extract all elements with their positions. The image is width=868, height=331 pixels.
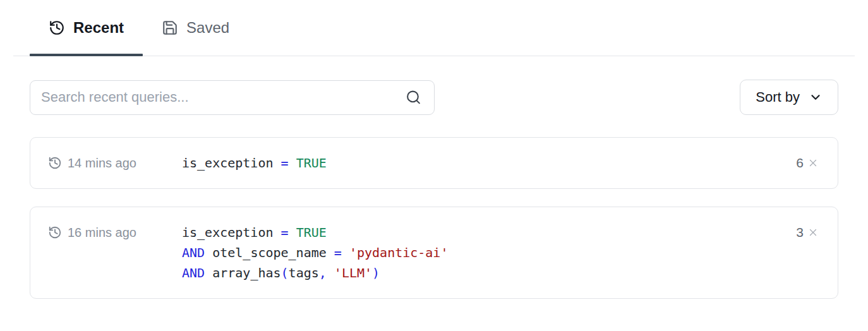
sort-by-label: Sort by: [756, 89, 800, 105]
save-icon: [162, 20, 178, 36]
search-icon: [406, 90, 421, 105]
search-input[interactable]: [30, 80, 435, 115]
tab-bar: Recent Saved: [13, 0, 855, 56]
usage-count-value: 6: [796, 155, 804, 171]
tab-saved-label: Saved: [186, 19, 229, 37]
tab-recent[interactable]: Recent: [30, 0, 143, 56]
recent-queries-panel: Recent Saved Sort by: [0, 0, 868, 299]
chevron-down-icon: [809, 90, 823, 104]
query-timestamp: 14 mins ago: [48, 153, 182, 173]
query-time-label: 14 mins ago: [68, 156, 136, 171]
tab-recent-label: Recent: [73, 19, 124, 37]
query-row[interactable]: 14 mins ago is_exception = TRUE 6: [30, 137, 838, 189]
usage-count-value: 3: [796, 225, 804, 240]
history-icon: [48, 226, 62, 239]
query-time-label: 16 mins ago: [68, 226, 136, 240]
query-code: is_exception = TRUEAND otel_scope_name =…: [182, 222, 796, 283]
times-icon: [807, 227, 819, 238]
query-timestamp: 16 mins ago: [48, 222, 182, 243]
search-box: [30, 80, 435, 115]
history-icon: [49, 20, 65, 36]
times-icon: [807, 157, 819, 169]
tab-saved[interactable]: Saved: [143, 0, 248, 56]
query-usage-count: 6: [796, 153, 819, 173]
toolbar: Sort by: [30, 80, 838, 115]
query-code: is_exception = TRUE: [182, 153, 796, 173]
history-icon: [48, 156, 62, 170]
sort-by-button[interactable]: Sort by: [740, 80, 838, 115]
query-usage-count: 3: [796, 222, 819, 243]
query-list: 14 mins ago is_exception = TRUE 6 16 min…: [30, 137, 838, 299]
query-row[interactable]: 16 mins ago is_exception = TRUEAND otel_…: [30, 207, 838, 299]
active-tab-indicator: [30, 54, 143, 56]
